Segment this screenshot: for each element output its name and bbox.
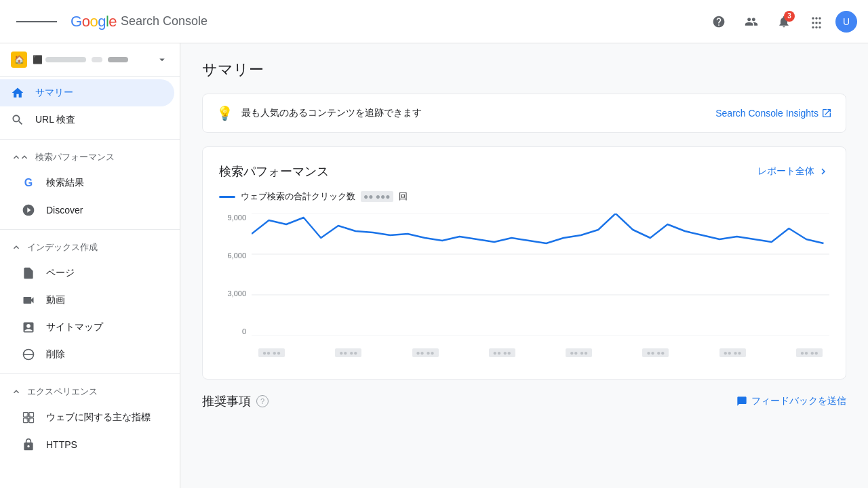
y-label-0: 0 [242, 327, 246, 336]
sidebar-item-search-results[interactable]: G 検索結果 [0, 169, 174, 197]
help-icon[interactable]: ? [256, 395, 269, 407]
legend-line [219, 196, 235, 198]
summary-label: サマリー [35, 87, 73, 99]
section-label-performance: 検索パフォーマンス [35, 151, 115, 163]
page-title: サマリー [202, 60, 846, 80]
property-favicon: 🏠 [11, 52, 27, 68]
x-label: ●● ●● [566, 348, 592, 357]
search-console-insights-link[interactable]: Search Console Insights [715, 108, 832, 119]
logo-area: Google Search Console [71, 13, 208, 30]
legend-value-masked: ●● ●●● [361, 191, 393, 202]
nav-section-main: サマリー URL 検査 [0, 77, 180, 136]
info-banner-text: 最も人気のあるコンテンツを追跡できます [241, 107, 715, 119]
nav-section-index: インデックス作成 ページ 動画 サイトマップ 削除 [0, 232, 180, 371]
notifications-button[interactable]: 3 [770, 8, 797, 35]
help-button[interactable] [705, 8, 732, 35]
full-report-link[interactable]: レポート全体 [757, 165, 829, 178]
header-left: Google Search Console [11, 13, 208, 30]
sidebar-item-web-vitals[interactable]: ウェブに関する主な指標 [0, 404, 174, 431]
x-label: ●● ●● [719, 348, 746, 357]
chart-area: ●● ●● ●● ●● ●● ●● ●● ●● ●● ●● ●● ●● ●● ●… [252, 214, 829, 336]
https-label: HTTPS [46, 439, 77, 450]
info-banner: 💡 最も人気のあるコンテンツを追跡できます Search Console Ins… [202, 94, 846, 133]
divider-3 [0, 373, 180, 374]
x-label: ●● ●● [796, 348, 823, 357]
sidebar-item-https[interactable]: HTTPS [0, 431, 174, 458]
pages-label: ページ [46, 267, 75, 279]
sidebar-item-video[interactable]: 動画 [0, 287, 174, 314]
app-title: Search Console [121, 14, 208, 28]
y-label-3000: 3,000 [227, 289, 246, 298]
divider-1 [0, 139, 180, 140]
nav-section-experience: エクスペリエンス ウェブに関する主な指標 HTTPS [0, 377, 180, 461]
search-icon [11, 113, 24, 127]
header-right: 3 U [705, 8, 857, 35]
url-inspection-label: URL 検査 [35, 114, 75, 126]
video-icon [22, 293, 35, 307]
x-axis: ●● ●● ●● ●● ●● ●● ●● ●● ●● ●● ●● ●● ●● ●… [252, 348, 829, 357]
property-url: ⬛ [33, 55, 150, 64]
legend-text: ウェブ検索の合計クリック数 [241, 190, 355, 203]
x-label: ●● ●● [335, 348, 361, 357]
x-label: ●● ●● [489, 348, 515, 357]
header: Google Search Console 3 U [0, 0, 868, 43]
recommendations-title: 推奨事項 ? [202, 393, 269, 409]
chart-container: 9,000 6,000 3,000 0 ●● ●● ●● [219, 214, 829, 363]
sitemap-label: サイトマップ [46, 321, 103, 333]
google-g-icon: G [22, 176, 35, 190]
recommendations-header: 推奨事項 ? フィードバックを送信 [202, 393, 846, 409]
section-header-index[interactable]: インデックス作成 [0, 235, 180, 260]
sidebar-item-summary[interactable]: サマリー [0, 79, 174, 106]
section-header-experience[interactable]: エクスペリエンス [0, 380, 180, 404]
section-header-performance[interactable]: 検索パフォーマンス [0, 145, 180, 169]
discover-label: Discover [46, 205, 83, 216]
sidebar-item-removal[interactable]: 削除 [0, 341, 174, 368]
feedback-link[interactable]: フィードバックを送信 [736, 395, 846, 407]
performance-card-header: 検索パフォーマンス レポート全体 [219, 163, 829, 180]
sidebar-item-url-inspection[interactable]: URL 検査 [0, 106, 174, 134]
pages-icon [22, 266, 35, 280]
x-label: ●● ●● [412, 348, 439, 357]
sidebar-item-discover[interactable]: Discover [0, 197, 174, 224]
avatar[interactable]: U [835, 11, 857, 33]
x-label: ●● ●● [642, 348, 669, 357]
web-vitals-label: ウェブに関する主な指標 [46, 411, 151, 424]
video-label: 動画 [46, 294, 65, 306]
discover-icon [22, 203, 35, 217]
x-label: ●● ●● [258, 348, 285, 357]
legend-unit: 回 [399, 190, 408, 203]
section-label-index: インデックス作成 [27, 241, 98, 253]
sitemap-icon [22, 321, 35, 334]
chart-legend: ウェブ検索の合計クリック数 ●● ●●● 回 [219, 190, 829, 203]
manage-users-button[interactable] [738, 8, 765, 35]
notification-badge: 3 [784, 11, 795, 22]
sidebar-item-sitemap[interactable]: サイトマップ [0, 314, 174, 341]
web-vitals-icon [22, 411, 35, 424]
y-axis: 9,000 6,000 3,000 0 [219, 214, 252, 336]
https-icon [22, 438, 35, 451]
divider-2 [0, 229, 180, 230]
performance-card: 検索パフォーマンス レポート全体 ウェブ検索の合計クリック数 ●● ●●● 回 … [202, 146, 846, 380]
lightbulb-icon: 💡 [216, 105, 233, 121]
apps-button[interactable] [803, 8, 830, 35]
performance-card-title: 検索パフォーマンス [219, 163, 329, 180]
home-icon [11, 86, 24, 100]
main-content: サマリー 💡 最も人気のあるコンテンツを追跡できます Search Consol… [180, 43, 868, 488]
chart-svg [252, 214, 829, 336]
hamburger-button[interactable] [11, 14, 62, 30]
sidebar: 🏠 ⬛ サマリー URL 検査 検索パフォーマン [0, 43, 180, 488]
section-label-experience: エクスペリエンス [27, 386, 98, 398]
google-logo: Google [71, 13, 117, 30]
y-label-9000: 9,000 [227, 214, 246, 222]
y-label-6000: 6,000 [227, 251, 246, 260]
property-selector[interactable]: 🏠 ⬛ [0, 43, 180, 77]
chevron-down-icon [155, 53, 169, 66]
removal-label: 削除 [46, 348, 65, 361]
search-results-label: 検索結果 [46, 177, 84, 189]
sidebar-item-pages[interactable]: ページ [0, 260, 174, 287]
nav-section-performance: 検索パフォーマンス G 検索結果 Discover [0, 142, 180, 226]
removal-icon [22, 348, 35, 361]
